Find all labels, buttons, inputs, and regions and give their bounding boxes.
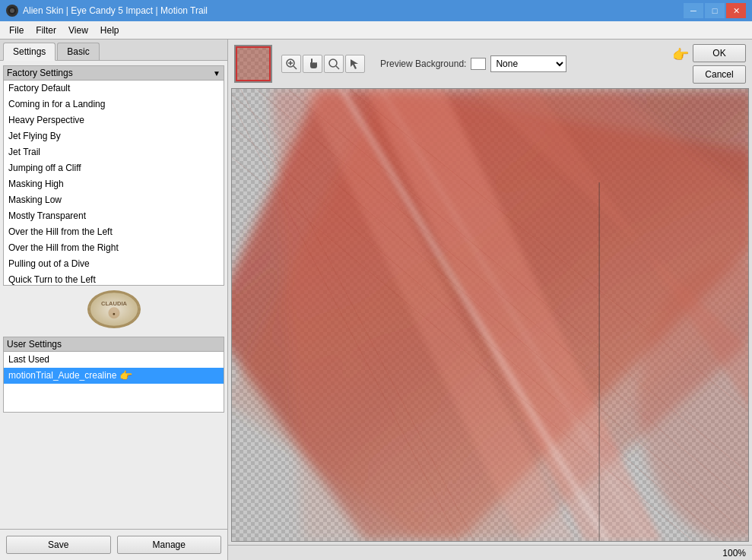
preview-bg-label: Preview Background: xyxy=(380,59,466,69)
svg-text:●: ● xyxy=(113,311,116,316)
preset-factory-default[interactable]: Factory Default xyxy=(4,81,224,96)
tab-settings[interactable]: Settings xyxy=(3,43,56,61)
preset-jumping[interactable]: Jumping off a Cliff xyxy=(4,160,224,176)
factory-settings-label: Factory Settings xyxy=(7,68,73,78)
preset-coming-in[interactable]: Coming in for a Landing xyxy=(4,96,224,112)
status-bar: 100% xyxy=(228,545,752,560)
save-button[interactable]: Save xyxy=(6,536,111,554)
title-bar-controls: ─ □ ✕ xyxy=(684,3,746,18)
select-tool[interactable] xyxy=(345,55,365,73)
user-settings-last-used[interactable]: Last Used xyxy=(4,352,224,368)
motion-trail-svg xyxy=(232,89,748,541)
close-button[interactable]: ✕ xyxy=(726,3,746,18)
tab-basic[interactable]: Basic xyxy=(57,43,99,60)
toolbar-icons xyxy=(281,55,365,73)
menu-file[interactable]: File xyxy=(3,24,30,37)
preview-bg-select[interactable]: None White Black Gray xyxy=(490,55,566,72)
user-settings-label: User Settings xyxy=(7,339,62,350)
preset-jet-flying[interactable]: Jet Flying By xyxy=(4,128,224,144)
zoom-in-tool[interactable] xyxy=(281,55,301,73)
left-panel: Settings Basic Factory Settings ▼ Factor… xyxy=(0,40,228,560)
manage-button[interactable]: Manage xyxy=(117,536,222,554)
zoom-tool[interactable] xyxy=(324,55,344,73)
top-right-left: Preview Background: None White Black Gra… xyxy=(234,45,566,83)
zoom-icon xyxy=(328,58,340,70)
ok-hand-pointer-icon: 👉 xyxy=(672,46,689,63)
bottom-buttons-area: Save Manage xyxy=(0,529,227,560)
selected-preset-name: motionTrial_Aude_crealine xyxy=(8,369,116,382)
preset-pulling-out[interactable]: Pulling out of a Dive xyxy=(4,256,224,272)
preset-quick-turn-left[interactable]: Quick Turn to the Left xyxy=(4,272,224,286)
menu-bar: File Filter View Help xyxy=(0,21,752,40)
watermark-area: CLAUDIA ● xyxy=(0,287,227,334)
preview-canvas[interactable] xyxy=(231,88,749,542)
main-layout: Settings Basic Factory Settings ▼ Factor… xyxy=(0,40,752,560)
svg-point-10 xyxy=(329,59,337,67)
app-icon xyxy=(6,5,18,17)
menu-filter[interactable]: Filter xyxy=(30,24,62,37)
top-right-area: Preview Background: None White Black Gra… xyxy=(228,40,752,88)
menu-view[interactable]: View xyxy=(62,24,94,37)
ok-cancel-area: 👉 OK Cancel xyxy=(693,44,746,84)
thumbnail-overlay xyxy=(236,46,271,81)
tab-bar: Settings Basic xyxy=(0,40,227,61)
preview-bg-swatch xyxy=(471,58,486,70)
motion-blur-preview xyxy=(232,89,748,541)
svg-text:CLAUDIA: CLAUDIA xyxy=(101,300,127,307)
arrow-tool-icon xyxy=(349,58,361,70)
preset-masking-low[interactable]: Masking Low xyxy=(4,192,224,208)
zoom-in-icon xyxy=(285,58,297,70)
svg-point-1 xyxy=(10,8,14,13)
factory-settings-header: Factory Settings ▼ xyxy=(3,65,224,81)
preset-masking-high[interactable]: Masking High xyxy=(4,176,224,192)
preset-over-hill-left[interactable]: Over the Hill from the Left xyxy=(4,224,224,240)
expand-arrow: ▼ xyxy=(213,69,221,78)
preset-jet-trail[interactable]: Jet Trail xyxy=(4,144,224,160)
right-panel: Preview Background: None White Black Gra… xyxy=(228,40,752,560)
svg-line-7 xyxy=(294,66,297,69)
factory-settings-section: Factory Settings ▼ Factory Default Comin… xyxy=(0,61,227,287)
user-settings-header: User Settings xyxy=(3,337,224,352)
title-bar: Alien Skin | Eye Candy 5 Impact | Motion… xyxy=(0,0,752,21)
hand-tool-icon xyxy=(306,58,319,70)
preset-over-hill-right[interactable]: Over the Hill from the Right xyxy=(4,240,224,256)
watermark-logo: CLAUDIA ● xyxy=(87,290,141,328)
preview-background-area: Preview Background: None White Black Gra… xyxy=(380,55,566,72)
maximize-button[interactable]: □ xyxy=(705,3,725,18)
user-settings-selected-item[interactable]: motionTrial_Aude_crealine 👉 xyxy=(4,368,224,384)
minimize-button[interactable]: ─ xyxy=(684,3,703,18)
window-title: Alien Skin | Eye Candy 5 Impact | Motion… xyxy=(23,5,208,16)
user-settings-section: User Settings Last Used motionTrial_Aude… xyxy=(0,334,227,529)
svg-line-11 xyxy=(336,66,339,69)
preset-mostly-transparent[interactable]: Mostly Transparent xyxy=(4,208,224,224)
preset-list[interactable]: Factory Default Coming in for a Landing … xyxy=(3,81,224,286)
preview-thumbnail xyxy=(234,45,272,83)
preset-heavy-perspective[interactable]: Heavy Perspective xyxy=(4,112,224,128)
menu-help[interactable]: Help xyxy=(94,24,125,37)
hand-pointer-icon: 👉 xyxy=(119,369,132,382)
user-settings-list[interactable]: Last Used motionTrial_Aude_crealine 👉 xyxy=(3,352,224,413)
pan-tool[interactable] xyxy=(303,55,322,73)
zoom-level: 100% xyxy=(722,548,746,558)
ok-button[interactable]: 👉 OK xyxy=(693,44,746,62)
cancel-button[interactable]: Cancel xyxy=(693,65,746,84)
